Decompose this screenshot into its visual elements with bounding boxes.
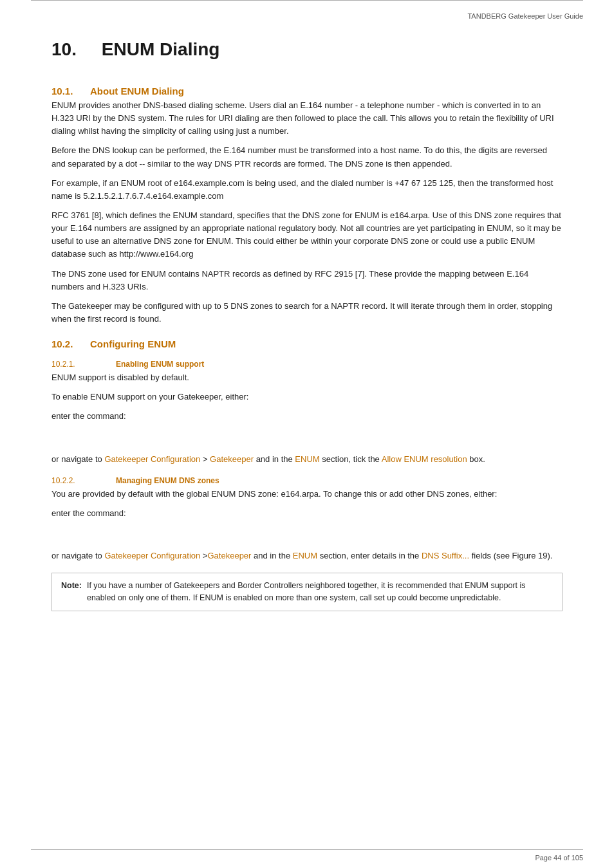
para-10-2-2-1: You are provided by default with the glo… <box>51 488 563 501</box>
link-enum-2[interactable]: ENUM <box>293 551 317 560</box>
link-para-end-2: fields (see Figure 19). <box>469 551 552 560</box>
section-10-2-header: 10.2. Configuring ENUM <box>51 338 563 349</box>
para-10-1-5: The DNS zone used for ENUM contains NAPT… <box>51 268 563 293</box>
link-para-end-1: box. <box>467 454 485 464</box>
link-para-middle1-1: > <box>200 454 210 464</box>
chapter-title: 10. ENUM Dialing <box>51 39 563 60</box>
subsection-10-2-2-number: 10.2.2. <box>51 476 116 485</box>
para-10-2-2-2: enter the command: <box>51 507 563 520</box>
content: 10. ENUM Dialing 10.1. About ENUM Dialin… <box>0 20 614 650</box>
subsection-10-2-2-header: 10.2.2. Managing ENUM DNS zones <box>51 476 563 485</box>
link-para-middle2-2: and in the <box>251 551 292 560</box>
page: TANDBERG Gatekeeper User Guide 10. ENUM … <box>0 0 614 868</box>
para-10-2-1-3: enter the command: <box>51 410 563 423</box>
para-10-1-4: RFC 3761 [8], which defines the ENUM sta… <box>51 209 563 261</box>
link-gatekeeper-config-2[interactable]: Gatekeeper Configuration <box>104 551 200 560</box>
para-10-2-2-link: or navigate to Gatekeeper Configuration … <box>51 549 563 562</box>
para-10-1-3: For example, if an ENUM root of e164.exa… <box>51 177 563 203</box>
section-10-2-number: 10.2. <box>51 338 90 349</box>
subsection-10-2-1-number: 10.2.1. <box>51 360 116 369</box>
link-dns-suffix[interactable]: DNS Suffix... <box>422 551 469 560</box>
subsection-10-2-1-title: Enabling ENUM support <box>116 360 204 369</box>
section-10-1-header: 10.1. About ENUM Dialing <box>51 86 563 97</box>
link-para-after-2: section, enter details in the <box>317 551 422 560</box>
link-allow-enum-1[interactable]: Allow ENUM resolution <box>382 454 467 464</box>
subsection-10-2-2-title: Managing ENUM DNS zones <box>116 476 219 485</box>
note-inner: Note: If you have a number of Gatekeeper… <box>61 580 553 604</box>
top-rule <box>31 0 583 7</box>
header-title: TANDBERG Gatekeeper User Guide <box>0 7 614 20</box>
bottom-rule <box>31 849 583 850</box>
command-space-2 <box>51 526 563 549</box>
section-10-1-title: About ENUM Dialing <box>90 86 184 97</box>
para-10-2-1-link: or navigate to Gatekeeper Configuration … <box>51 453 563 466</box>
link-gatekeeper-2[interactable]: Gatekeeper <box>207 551 251 560</box>
chapter-number: 10. <box>51 39 77 59</box>
link-para-before-2: or navigate to <box>51 551 104 560</box>
note-label: Note: <box>61 580 82 604</box>
chapter-name: ENUM Dialing <box>102 39 220 59</box>
para-10-1-6: The Gatekeeper may be configured with up… <box>51 300 563 326</box>
link-para-before-1: or navigate to <box>51 454 104 464</box>
footer-page: Page 44 of 105 <box>535 854 583 862</box>
link-enum-1[interactable]: ENUM <box>295 454 319 464</box>
command-space-1 <box>51 430 563 453</box>
link-para-middle2-1: and in the <box>254 454 295 464</box>
para-10-1-2: Before the DNS lookup can be performed, … <box>51 144 563 170</box>
note-content: If you have a number of Gatekeepers and … <box>87 580 553 604</box>
subsection-10-2-1-header: 10.2.1. Enabling ENUM support <box>51 360 563 369</box>
para-10-1-1: ENUM provides another DNS-based dialing … <box>51 99 563 138</box>
link-gatekeeper-config-1[interactable]: Gatekeeper Configuration <box>104 454 200 464</box>
section-10-1-number: 10.1. <box>51 86 90 97</box>
para-10-2-1-2: To enable ENUM support on your Gatekeepe… <box>51 391 563 403</box>
note-box: Note: If you have a number of Gatekeeper… <box>51 573 563 611</box>
section-10-2-title: Configuring ENUM <box>90 338 176 349</box>
link-gatekeeper-1[interactable]: Gatekeeper <box>210 454 254 464</box>
para-10-2-1-1: ENUM support is disabled by default. <box>51 371 563 384</box>
link-para-middle1-2: > <box>200 551 207 560</box>
link-para-after-1: section, tick the <box>320 454 382 464</box>
